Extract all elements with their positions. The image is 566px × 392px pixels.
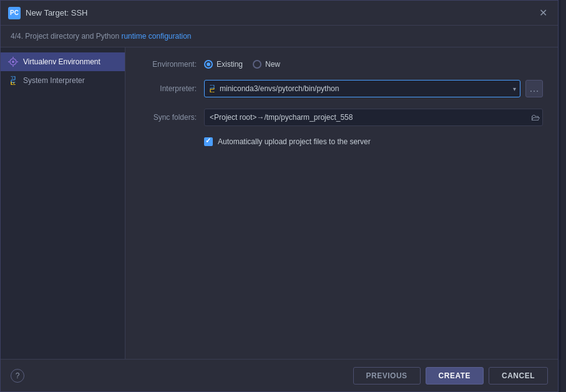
virtualenv-icon [8, 57, 18, 67]
radio-new-text: New [265, 60, 280, 69]
auto-upload-row: Automatically upload project files to th… [140, 137, 543, 146]
radio-new[interactable] [253, 60, 261, 69]
subtitle-bar: 4/4. Project directory and Python runtim… [1, 26, 558, 47]
close-button[interactable]: ✕ [535, 6, 550, 21]
help-button[interactable]: ? [11, 369, 24, 383]
previous-button[interactable]: PREVIOUS [353, 367, 421, 385]
radio-new-label[interactable]: New [253, 60, 280, 69]
cancel-button[interactable]: CANCEL [489, 367, 548, 385]
sidebar-item-virtualenv-label: Virtualenv Environment [23, 57, 100, 66]
create-button[interactable]: CREATE [426, 367, 484, 385]
environment-radio-group: Existing New [204, 60, 543, 69]
interpreter-label: Interpreter: [140, 84, 197, 93]
interpreter-row: Interpreter: miniconda3/envs/pytorch/bin… [140, 80, 543, 97]
interpreter-python-icon [205, 85, 220, 92]
app-icon: PC [8, 7, 21, 19]
python-icon [8, 76, 18, 86]
title-bar: PC New Target: SSH ✕ [1, 1, 558, 26]
radio-existing-text: Existing [217, 60, 243, 69]
interpreter-dropdown-wrapper: miniconda3/envs/pytorch/bin/python ▾ [204, 80, 520, 97]
right-panel: Environment: Existing New Interpreter: [125, 47, 558, 359]
dialog: PC New Target: SSH ✕ 4/4. Project direct… [0, 0, 559, 392]
environment-label: Environment: [140, 60, 197, 69]
subtitle-link[interactable]: runtime configuration [121, 32, 191, 41]
svg-point-1 [12, 61, 14, 63]
svg-point-7 [13, 82, 14, 84]
radio-existing[interactable] [204, 60, 213, 69]
sync-folders-row: Sync folders: 🗁 [140, 109, 543, 126]
radio-existing-label[interactable]: Existing [204, 60, 243, 69]
sync-folders-label: Sync folders: [140, 113, 197, 122]
subtitle-prefix: 4/4. Project directory and Python [11, 32, 121, 41]
interpreter-select[interactable]: miniconda3/envs/pytorch/bin/python [220, 84, 520, 93]
bottom-buttons: PREVIOUS CREATE CANCEL [353, 367, 548, 385]
bottom-bar: ? PREVIOUS CREATE CANCEL [1, 359, 558, 391]
auto-upload-checkbox[interactable] [204, 137, 213, 146]
right-scrollbar-strip [561, 0, 566, 392]
sync-folders-input-wrapper: 🗁 [204, 109, 543, 126]
dialog-title: New Target: SSH [26, 8, 87, 17]
folder-browse-icon[interactable]: 🗁 [531, 112, 540, 122]
interpreter-controls: miniconda3/envs/pytorch/bin/python ▾ … [204, 80, 543, 97]
sidebar: Virtualenv Environment System Interprete… [1, 47, 125, 359]
svg-point-6 [12, 77, 13, 79]
interpreter-more-button[interactable]: … [525, 80, 543, 97]
sync-folders-input[interactable] [210, 113, 537, 122]
auto-upload-label: Automatically upload project files to th… [218, 137, 371, 146]
sidebar-item-system-interpreter[interactable]: System Interpreter [1, 71, 125, 90]
title-bar-left: PC New Target: SSH [8, 7, 87, 19]
sidebar-item-system-interpreter-label: System Interpreter [23, 76, 85, 85]
sidebar-item-virtualenv[interactable]: Virtualenv Environment [1, 52, 125, 71]
environment-row: Environment: Existing New [140, 60, 543, 69]
main-content: Virtualenv Environment System Interprete… [1, 47, 558, 359]
